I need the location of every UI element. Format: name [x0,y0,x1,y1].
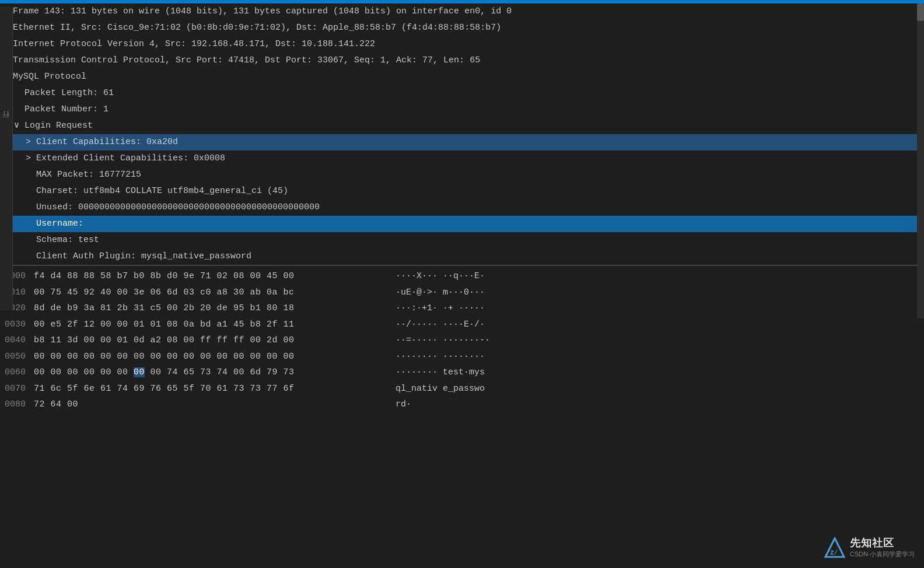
hex-ascii-5: ········ ········ [384,349,919,364]
detail-row-mysql[interactable]: ∨MySQL Protocol [0,69,924,85]
highlighted-byte: 00 [134,367,145,377]
detail-row-packet_number[interactable]: Packet Number: 1 [0,101,924,118]
detail-row-ethernet[interactable]: >Ethernet II, Src: Cisco_9e:71:02 (b0:8b… [0,20,924,36]
hex-bytes-3: 00 e5 2f 12 00 00 01 01 08 0a bd a1 45 b… [34,317,384,332]
watermark: Z/ 先知社区 CSDN·小袁同学爱学习 [824,536,915,559]
hex-bytes-0: f4 d4 88 88 58 b7 b0 8b d0 9e 71 02 08 0… [34,269,384,284]
detail-row-ipv4[interactable]: >Internet Protocol Version 4, Src: 192.1… [0,36,924,52]
scrollbar[interactable] [917,3,924,318]
detail-text-mysql: MySQL Protocol [13,70,86,84]
detail-row-tcp[interactable]: >Transmission Control Protocol, Src Port… [0,52,924,69]
hex-offset-7: 0070 [5,381,34,397]
detail-row-extended_client_capabilities[interactable]: >Extended Client Capabilities: 0x0008 [0,150,924,167]
detail-text-login_request: Login Request [24,119,93,133]
detail-text-charset: Charset: utf8mb4 COLLATE utf8mb4_general… [36,184,288,198]
hex-row-8[interactable]: 0080 72 64 00 rd· [0,397,924,413]
hex-ascii-3: ··/····· ····E·/· [384,317,919,332]
hex-offset-4: 0040 [5,333,34,348]
content-area: 行 >Frame 143: 131 bytes on wire (1048 bi… [0,3,924,568]
hex-offset-3: 0030 [5,317,34,332]
detail-text-extended_client_capabilities: Extended Client Capabilities: 0x0008 [36,152,225,166]
detail-row-frame[interactable]: >Frame 143: 131 bytes on wire (1048 bits… [0,3,924,20]
detail-row-login_request[interactable]: ∨Login Request [0,118,924,134]
detail-text-packet_length: Packet Length: 61 [24,86,114,100]
hex-offset-6: 0060 [5,365,34,380]
detail-text-client_capabilities: Client Capabilities: 0xa20d [36,135,178,149]
hex-row-4[interactable]: 0040 b8 11 3d 00 00 01 0d a2 08 00 ff ff… [0,332,924,349]
watermark-title: 先知社区 [850,536,894,550]
hex-row-6[interactable]: 0060 00 00 00 00 00 00 00 00 74 65 73 74… [0,364,924,381]
watermark-text: 先知社区 CSDN·小袁同学爱学习 [850,536,915,559]
detail-text-unused: Unused: 00000000000000000000000000000000… [36,201,320,215]
hex-bytes-6: 00 00 00 00 00 00 00 00 74 65 73 74 00 6… [34,365,384,380]
hex-row-7[interactable]: 0070 71 6c 5f 6e 61 74 69 76 65 5f 70 61… [0,381,924,397]
hex-row-0[interactable]: 0000 f4 d4 88 88 58 b7 b0 8b d0 9e 71 02… [0,268,924,285]
expand-arrow-client_capabilities[interactable]: > [26,135,36,149]
scrollbar-thumb[interactable] [917,3,924,21]
detail-text-frame: Frame 143: 131 bytes on wire (1048 bits)… [13,5,512,19]
hex-ascii-8: rd· [384,397,919,412]
hex-offset-8: 0080 [5,397,34,412]
main-content: >Frame 143: 131 bytes on wire (1048 bits… [0,3,924,568]
expand-arrow-extended_client_capabilities[interactable]: > [26,152,36,166]
hex-bytes-4: b8 11 3d 00 00 01 0d a2 08 00 ff ff ff 0… [34,333,384,348]
hex-bytes-8: 72 64 00 [34,397,384,412]
svg-text:Z/: Z/ [830,549,838,556]
hex-row-2[interactable]: 0020 8d de b9 3a 81 2b 31 c5 00 2b 20 de… [0,300,924,317]
hex-row-1[interactable]: 0010 00 75 45 92 40 00 3e 06 6d 03 c0 a8… [0,285,924,301]
detail-text-client_auth_plugin: Client Auth Plugin: mysql_native_passwor… [36,250,251,264]
watermark-subtitle: CSDN·小袁同学爱学习 [850,550,915,559]
hex-ascii-4: ··=····· ·······-· [384,333,919,348]
hex-row-5[interactable]: 0050 00 00 00 00 00 00 00 00 00 00 00 00… [0,349,924,365]
packet-details-panel: >Frame 143: 131 bytes on wire (1048 bits… [0,3,924,265]
hex-offset-5: 0050 [5,349,34,364]
detail-row-schema[interactable]: Schema: test [0,232,924,248]
hex-bytes-5: 00 00 00 00 00 00 00 00 00 00 00 00 00 0… [34,349,384,364]
detail-row-packet_length[interactable]: Packet Length: 61 [0,85,924,101]
detail-text-ipv4: Internet Protocol Version 4, Src: 192.16… [13,37,375,51]
detail-text-tcp: Transmission Control Protocol, Src Port:… [13,54,480,68]
detail-text-username: Username: [36,217,83,231]
hex-row-3[interactable]: 0030 00 e5 2f 12 00 00 01 01 08 0a bd a1… [0,317,924,333]
detail-row-charset[interactable]: Charset: utf8mb4 COLLATE utf8mb4_general… [0,183,924,199]
detail-text-max_packet: MAX Packet: 16777215 [36,168,141,182]
hex-ascii-6: ········ test·mys [384,365,919,380]
main-container: 行 >Frame 143: 131 bytes on wire (1048 bi… [0,0,924,568]
hex-bytes-1: 00 75 45 92 40 00 3e 06 6d 03 c0 a8 30 a… [34,285,384,300]
expand-arrow-login_request[interactable]: ∨ [14,119,24,133]
detail-row-client_capabilities[interactable]: >Client Capabilities: 0xa20d [0,134,924,150]
detail-row-username[interactable]: Username: [0,216,924,232]
detail-row-client_auth_plugin[interactable]: Client Auth Plugin: mysql_native_passwor… [0,248,924,265]
detail-text-packet_number: Packet Number: 1 [24,103,108,117]
hex-ascii-2: ···:·+1· ·+ ····· [384,301,919,316]
detail-row-unused[interactable]: Unused: 00000000000000000000000000000000… [0,199,924,216]
detail-row-max_packet[interactable]: MAX Packet: 16777215 [0,167,924,183]
watermark-logo: Z/ [824,537,845,558]
hex-ascii-1: ·uE·@·>· m···0··· [384,285,919,300]
left-sidebar: 行 [0,7,13,310]
hex-bytes-2: 8d de b9 3a 81 2b 31 c5 00 2b 20 de 95 b… [34,301,384,316]
hex-dump-panel: 0000 f4 d4 88 88 58 b7 b0 8b d0 9e 71 02… [0,265,924,415]
hex-ascii-7: ql_nativ e_passwo [384,381,919,397]
detail-text-ethernet: Ethernet II, Src: Cisco_9e:71:02 (b0:8b:… [13,21,501,35]
detail-text-schema: Schema: test [36,233,99,247]
hex-ascii-0: ····X··· ··q···E· [384,269,919,284]
hex-bytes-7: 71 6c 5f 6e 61 74 69 76 65 5f 70 61 73 7… [34,381,384,397]
